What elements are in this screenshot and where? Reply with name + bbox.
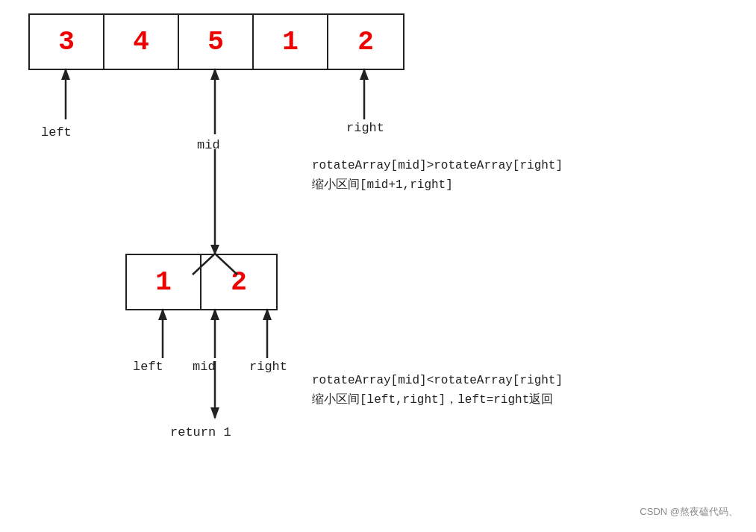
- top-cell-3: 1: [254, 15, 328, 69]
- label-bottom-left: left: [133, 360, 163, 374]
- label-top-mid: mid: [197, 138, 220, 152]
- label-return: return 1: [170, 425, 231, 439]
- bottom-cell-1: 2: [202, 255, 276, 309]
- top-cell-0: 3: [30, 15, 104, 69]
- label-top-right: right: [346, 121, 384, 135]
- watermark: CSDN @熬夜磕代码、: [640, 505, 738, 519]
- bottom-cell-0: 1: [127, 255, 202, 309]
- annotation-top: rotateArray[mid]>rotateArray[right] 缩小区间…: [312, 157, 563, 195]
- arrows-svg: [0, 0, 756, 532]
- label-bottom-right: right: [249, 360, 287, 374]
- top-array: 3 4 5 1 2: [28, 13, 404, 70]
- bottom-array: 1 2: [125, 254, 278, 310]
- diagram-container: 3 4 5 1 2 1 2: [0, 0, 756, 532]
- label-top-left: left: [41, 125, 72, 140]
- top-cell-2: 5: [179, 15, 254, 69]
- top-cell-1: 4: [104, 15, 179, 69]
- annotation-bottom: rotateArray[mid]<rotateArray[right] 缩小区间…: [312, 372, 563, 410]
- label-bottom-mid: mid: [193, 360, 216, 374]
- top-cell-4: 2: [328, 15, 403, 69]
- svg-marker-15: [210, 407, 219, 419]
